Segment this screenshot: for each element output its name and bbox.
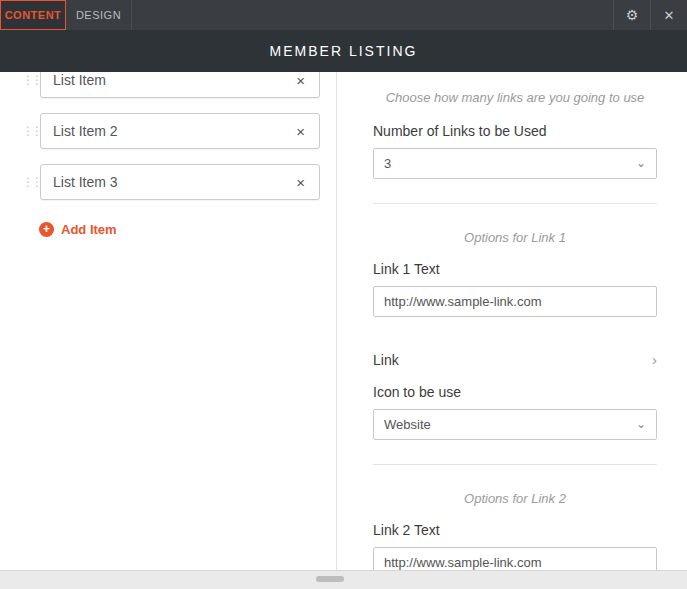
link1-link-row-label: Link [373, 352, 399, 368]
chevron-right-icon: › [652, 351, 657, 368]
drag-handle-icon[interactable]: ⋮⋮ [22, 177, 33, 188]
page-title: MEMBER LISTING [0, 30, 687, 72]
list-item-label: List Item 3 [53, 174, 294, 190]
add-item-button[interactable]: + Add Item [39, 222, 320, 237]
member-list-panel: ⋮⋮ List Item × ⋮⋮ List Item 2 × ⋮⋮ List … [0, 72, 337, 570]
gear-icon[interactable]: ⚙ [613, 0, 650, 30]
tab-design[interactable]: DESIGN [66, 0, 132, 30]
content-area: ⋮⋮ List Item × ⋮⋮ List Item 2 × ⋮⋮ List … [0, 72, 687, 570]
widget-editor-window: CONTENT DESIGN ⚙ ✕ MEMBER LISTING ⋮⋮ Lis… [0, 0, 687, 589]
section-divider [373, 464, 657, 465]
remove-item-icon[interactable]: × [294, 174, 307, 191]
add-item-label: Add Item [61, 222, 117, 237]
link1-link-row[interactable]: Link › [373, 351, 657, 368]
list-item: ⋮⋮ List Item 3 × [22, 164, 320, 200]
tab-content[interactable]: CONTENT [0, 0, 66, 30]
section-divider [373, 203, 657, 204]
close-icon[interactable]: ✕ [650, 0, 687, 30]
link1-icon-label: Icon to be use [373, 384, 657, 400]
link2-section-title: Options for Link 2 [373, 491, 657, 506]
link2-text-label: Link 2 Text [373, 522, 657, 538]
drag-handle-icon[interactable]: ⋮⋮ [22, 75, 33, 86]
topbar-spacer [132, 0, 613, 30]
number-of-links-label: Number of Links to be Used [373, 123, 657, 139]
list-item-box[interactable]: List Item × [40, 72, 320, 98]
remove-item-icon[interactable]: × [294, 123, 307, 140]
plus-icon: + [39, 222, 54, 237]
list-item-label: List Item [53, 72, 294, 88]
list-item-box[interactable]: List Item 2 × [40, 113, 320, 149]
list-item-box[interactable]: List Item 3 × [40, 164, 320, 200]
link2-text-input[interactable] [373, 547, 657, 570]
resize-handle[interactable] [316, 576, 344, 582]
number-of-links-select[interactable]: 3 [373, 148, 657, 179]
bottom-strip [0, 570, 687, 589]
number-of-links-select-wrap: 3 ⌄ [373, 148, 657, 179]
links-hint-text: Choose how many links are you going to u… [373, 90, 657, 105]
link1-text-input[interactable] [373, 286, 657, 317]
link1-text-label: Link 1 Text [373, 261, 657, 277]
drag-handle-icon[interactable]: ⋮⋮ [22, 126, 33, 137]
link1-icon-select[interactable]: Website [373, 409, 657, 440]
link1-icon-select-wrap: Website ⌄ [373, 409, 657, 440]
remove-item-icon[interactable]: × [294, 72, 307, 89]
list-item-label: List Item 2 [53, 123, 294, 139]
top-tab-bar: CONTENT DESIGN ⚙ ✕ [0, 0, 687, 30]
link1-section-title: Options for Link 1 [373, 230, 657, 245]
list-item: ⋮⋮ List Item × [22, 72, 320, 98]
link-settings-panel: Choose how many links are you going to u… [337, 72, 687, 570]
list-item: ⋮⋮ List Item 2 × [22, 113, 320, 149]
